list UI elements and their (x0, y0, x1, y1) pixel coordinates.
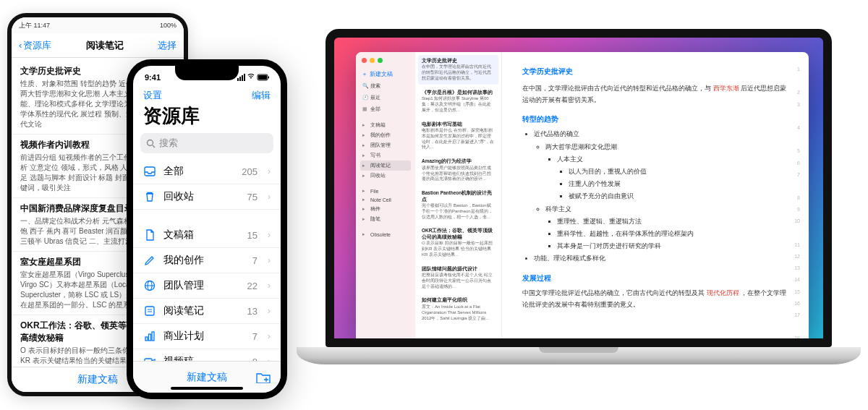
iphone: 9:41 设置 编辑 资源库 搜索 全部205›回收站75› 文稿箱15›我的创… (127, 59, 287, 399)
search-icon: 🔍 (362, 83, 368, 89)
card-body: Step1 如何讲好故事 Storyline 第00集：莱达及文明开端（序曲）在… (422, 96, 495, 113)
note-card[interactable]: OKR工作法：谷歌、领英等顶级公司的高绩效秘籍O 表示目标 好的目标一般你一起床… (418, 225, 498, 260)
editor-paragraph: 在中国，文学理论批评由古代向近代的转型和近代品格的确立，与 西学东渐 后近代思想… (522, 82, 788, 106)
chevron-right-icon: › (268, 230, 271, 240)
sidebar-item[interactable]: ▸文稿箱 (360, 120, 411, 130)
sidebar-new-label: 新建文稿 (370, 70, 393, 78)
line-number (794, 229, 800, 241)
note-card[interactable]: 如何建立扁平化组织原文：An Inside Look at a Flat Org… (418, 294, 498, 324)
note-card[interactable]: 《亨尔是吕根》是如何讲故事的Step1 如何讲好故事 Storyline 第00… (418, 87, 498, 116)
sidebar-item[interactable]: ▸File (360, 187, 411, 195)
sidebar-item-label: 全部 (370, 106, 380, 113)
line-number (794, 323, 800, 334)
chevron-right-icon: › (268, 281, 271, 291)
back-button[interactable]: ‹ 资源库 (19, 39, 51, 52)
bullet-list: 近代品格的确立 两大哲学思潮和文化思潮 人本主义 以人为目的，重视人的价值 注重… (522, 128, 788, 264)
folder-row[interactable]: 商业计划7› (133, 324, 281, 349)
settings-button[interactable]: 设置 (143, 89, 162, 102)
trash-icon: ▸ (362, 173, 368, 179)
card-body: 亮个楼都可以升 Bastion，Bastion赋予柱一个干净的Pantheon是… (422, 203, 495, 220)
folder-row[interactable]: 回收站75› (133, 184, 281, 210)
note-icon: ▸ (362, 197, 368, 202)
sidebar-recent[interactable]: 🕘 最近 (360, 93, 411, 103)
row-label: 阅读笔记 (163, 304, 240, 317)
folder-row[interactable]: 全部205› (133, 159, 281, 184)
sidebar-item[interactable]: ▸我的创作 (360, 130, 411, 140)
line-number: 6 (794, 159, 800, 171)
folder-row[interactable]: 阅读笔记13› (133, 299, 281, 324)
svg-rect-6 (268, 77, 270, 79)
search-placeholder: 搜索 (159, 137, 178, 150)
new-doc-button[interactable]: 新建文稿 (187, 371, 227, 384)
sidebar-all[interactable]: ▦ 全部 (360, 104, 411, 114)
note-card[interactable]: Bastion Pantheon机制的设计亮点亮个楼都可以升 Bastion，B… (418, 187, 498, 223)
link-text[interactable]: 现代化历程 (707, 289, 739, 296)
zoom-icon[interactable] (378, 58, 383, 63)
line-number: 4 (794, 124, 800, 135)
row-label: 文稿箱 (163, 229, 240, 242)
note-card[interactable]: Amazing的行为经济学该界面使用户能够按照商品类别生成个性化推荐帮助他们快速… (418, 155, 498, 185)
doc-icon: ▸ (362, 122, 368, 128)
card-title: 团队情绪问题的源代设计 (422, 266, 495, 272)
link-text[interactable]: 西学东渐 (713, 85, 739, 92)
editor[interactable]: 123456789101112131415161718192021 文学历史批评… (502, 52, 809, 338)
sidebar-item-label: 我的创作 (370, 132, 391, 139)
note-card[interactable]: 团队情绪问题的源代设计把整目应该考核化而不是个人化 站立会时间段得让大家统一公示… (418, 263, 498, 293)
home-indicator (171, 387, 243, 390)
search-input[interactable]: 搜索 (140, 133, 273, 153)
folder-row[interactable]: 文稿箱15› (133, 223, 281, 248)
line-number: 16 (794, 299, 800, 311)
note-card[interactable]: 文学历史批评史在中国，文学理论批评由古代向近代的转型和近代品格的确立，与近代思想… (418, 55, 498, 85)
svg-rect-18 (152, 332, 154, 341)
android-nav: ‹ 资源库 阅读笔记 选择 (12, 33, 184, 58)
sidebar-item[interactable]: ▸写书 (360, 150, 411, 161)
note-card[interactable]: 电影剧本书写基础电影剧本是什么 在分析、探究电影剧本是如何发生发展的过程中，即定… (418, 119, 498, 154)
sidebar-item[interactable]: ▸随笔 (360, 214, 411, 224)
row-label: 回收站 (163, 190, 240, 203)
sidebar-item[interactable]: ▸阅读笔记 (360, 161, 411, 171)
iphone-top-section: 全部205›回收站75› (133, 158, 281, 211)
sidebar-item[interactable]: ▸Obsolete (360, 230, 411, 239)
folder-row[interactable]: 我的创作7› (133, 248, 281, 273)
chevron-right-icon: › (268, 166, 271, 176)
sidebar-item[interactable]: ▸团队管理 (360, 140, 411, 150)
sidebar-search[interactable]: 🔍 搜索 (360, 81, 411, 91)
line-number (794, 135, 800, 147)
globe-icon (143, 279, 156, 292)
row-count: 22 (247, 281, 258, 291)
edit-button[interactable]: 编辑 (252, 89, 271, 102)
editor-paragraph: 中国文学理论批评近代品格的确立，它由古代向近代的转型及其 现代化历程 ，在整个文… (522, 287, 788, 310)
folder-row[interactable]: 团队管理22› (133, 273, 281, 299)
sidebar-item[interactable]: ▸稿件 (360, 204, 411, 214)
sidebar-item-label: Obsolete (370, 232, 391, 237)
line-number: 2 (794, 88, 800, 100)
sidebar-item-label: 随笔 (370, 215, 380, 223)
editor-content[interactable]: 文学历史批评史 在中国，文学理论批评由古代向近代的转型和近代品格的确立，与 西学… (522, 65, 788, 310)
row-label: 全部 (163, 165, 234, 178)
sidebar-item[interactable]: ▸Note Cell (360, 195, 411, 204)
chevron-left-icon: ‹ (19, 40, 22, 51)
sidebar-item[interactable]: ▸回收站 (360, 171, 411, 181)
card-title: 《亨尔是吕根》是如何讲故事的 (422, 90, 495, 95)
book-icon: ▸ (362, 153, 368, 158)
row-count: 7 (252, 255, 258, 266)
line-number (794, 77, 800, 88)
close-icon[interactable] (362, 58, 367, 63)
card-body: 电影剧本是什么 在分析、探究电影剧本是如何发生发展的过程中，即定理论时，在此处开… (422, 128, 495, 150)
macbook-base (297, 347, 861, 364)
minimize-icon[interactable] (370, 58, 375, 63)
row-count: 15 (247, 230, 258, 241)
line-number: 18 (794, 334, 800, 338)
note-icon (143, 304, 156, 317)
select-button[interactable]: 选择 (158, 39, 176, 52)
sidebar-new-doc[interactable]: ＋ 新建文稿 (360, 69, 411, 80)
new-folder-icon[interactable] (256, 372, 271, 383)
traffic-lights[interactable] (360, 56, 411, 67)
list-item: 其本身是一门对历史进行研究的学科 (557, 240, 788, 252)
android-status-bar: 上午 11:47 100% (12, 17, 184, 33)
pen-icon: ▸ (362, 216, 368, 222)
line-number: 7 (794, 171, 800, 182)
pencil-icon: ▸ (362, 132, 368, 138)
svg-rect-1 (239, 77, 241, 81)
svg-rect-2 (242, 75, 243, 81)
